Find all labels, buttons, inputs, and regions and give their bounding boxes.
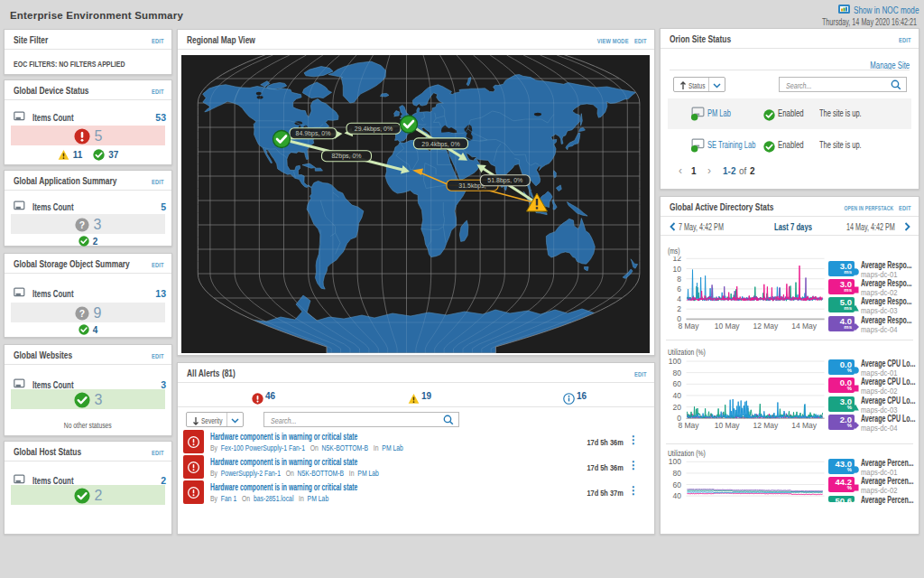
svg-text:?: ? (79, 308, 84, 318)
svg-text:8: 8 (677, 275, 681, 284)
svg-text:?: ? (79, 219, 84, 229)
svg-text:12 May: 12 May (753, 421, 779, 430)
svg-text:10: 10 (673, 265, 682, 274)
svg-text:84.9bps, 0%: 84.9bps, 0% (296, 130, 331, 137)
svg-text:8 May: 8 May (678, 322, 699, 331)
svg-text:51.8bps, 0%: 51.8bps, 0% (487, 177, 522, 184)
svg-text:60: 60 (673, 379, 682, 388)
svg-text:4: 4 (677, 294, 681, 303)
svg-text:20: 20 (673, 403, 682, 412)
svg-text:2: 2 (677, 304, 681, 313)
svg-text:29.4kbps, 0%: 29.4kbps, 0% (421, 141, 459, 148)
svg-text:100: 100 (669, 457, 681, 466)
svg-text:60: 60 (673, 480, 682, 489)
svg-text:14 May: 14 May (791, 322, 818, 331)
svg-text:10 May: 10 May (715, 421, 741, 430)
svg-text:8 May: 8 May (678, 421, 699, 430)
svg-text:29.4kbps, 0%: 29.4kbps, 0% (355, 126, 393, 133)
svg-text:82bps, 0%: 82bps, 0% (331, 153, 361, 160)
svg-text:14 May: 14 May (791, 421, 818, 430)
svg-text:100: 100 (669, 359, 681, 366)
svg-text:6: 6 (677, 284, 681, 294)
svg-text:40: 40 (673, 391, 682, 400)
svg-text:80: 80 (673, 368, 682, 378)
svg-text:40: 40 (673, 491, 682, 500)
svg-text:12 May: 12 May (753, 322, 779, 331)
svg-text:10 May: 10 May (715, 322, 741, 331)
svg-text:80: 80 (673, 469, 682, 478)
svg-text:12: 12 (673, 256, 682, 263)
